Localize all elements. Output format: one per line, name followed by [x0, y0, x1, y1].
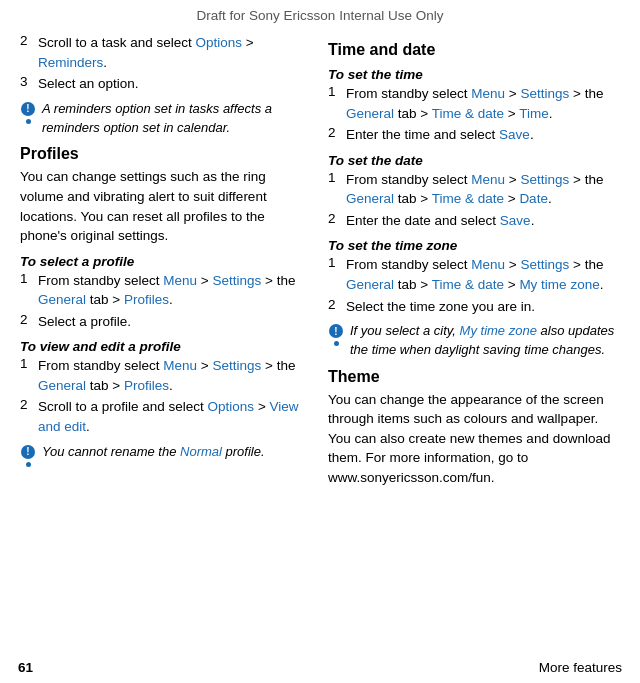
set-time-item-1: 1 From standby select Menu > Settings > …	[328, 84, 620, 123]
item-content-2: Scroll to a task and select Options > Re…	[38, 33, 312, 72]
time-link-st1: Time	[519, 106, 549, 121]
header-title: Draft for Sony Ericsson Internal Use Onl…	[197, 8, 444, 23]
settings-link-st1: Settings	[520, 86, 569, 101]
item-content-sp2: Select a profile.	[38, 312, 131, 332]
note-block-3: ! If you select a city, My time zone als…	[328, 322, 620, 360]
item-num-ve1: 1	[20, 356, 34, 395]
general-link-tz1: General	[346, 277, 394, 292]
item-num-tz2: 2	[328, 297, 342, 317]
page-header: Draft for Sony Ericsson Internal Use Onl…	[0, 0, 640, 29]
item-content-st2: Enter the time and select Save.	[346, 125, 534, 145]
item-num-sp1: 1	[20, 271, 34, 310]
set-date-item-2: 2 Enter the date and select Save.	[328, 211, 620, 231]
set-date-item-1: 1 From standby select Menu > Settings > …	[328, 170, 620, 209]
options-link-ve2: Options	[208, 399, 255, 414]
timedate-link-tz1: Time & date	[432, 277, 504, 292]
item-content-sp1: From standby select Menu > Settings > th…	[38, 271, 312, 310]
mytz-link-tz1: My time zone	[519, 277, 599, 292]
item-num-sd1: 1	[328, 170, 342, 209]
item-num-sd2: 2	[328, 211, 342, 231]
set-time-subheading: To set the time	[328, 67, 620, 82]
note-block-1: ! A reminders option set in tasks affect…	[20, 100, 312, 138]
set-date-subheading: To set the date	[328, 153, 620, 168]
note-icon-3: !	[328, 322, 344, 346]
profiles-heading: Profiles	[20, 145, 312, 163]
set-tz-item-1: 1 From standby select Menu > Settings > …	[328, 255, 620, 294]
menu-link-sp1: Menu	[163, 273, 197, 288]
options-link: Options	[196, 35, 243, 50]
note-block-2: ! You cannot rename the Normal profile.	[20, 443, 312, 467]
theme-body: You can change the appearance of the scr…	[328, 390, 620, 488]
item-num-tz1: 1	[328, 255, 342, 294]
item-content-st1: From standby select Menu > Settings > th…	[346, 84, 620, 123]
item-number-2: 2	[20, 33, 34, 72]
view-edit-item-1: 1 From standby select Menu > Settings > …	[20, 356, 312, 395]
profiles-link-ve1: Profiles	[124, 378, 169, 393]
select-profile-subheading: To select a profile	[20, 254, 312, 269]
theme-heading: Theme	[328, 368, 620, 386]
settings-link-sd1: Settings	[520, 172, 569, 187]
set-tz-item-2: 2 Select the time zone you are in.	[328, 297, 620, 317]
view-edit-item-2: 2 Scroll to a profile and select Options…	[20, 397, 312, 436]
mytz-link-note: My time zone	[460, 323, 537, 338]
save-link-st: Save	[499, 127, 530, 142]
menu-link-st1: Menu	[471, 86, 505, 101]
menu-link-sd1: Menu	[471, 172, 505, 187]
time-date-heading: Time and date	[328, 41, 620, 59]
item-content-sd2: Enter the date and select Save.	[346, 211, 534, 231]
item-content-sd1: From standby select Menu > Settings > th…	[346, 170, 620, 209]
note-icon-1: !	[20, 100, 36, 124]
view-edit-subheading: To view and edit a profile	[20, 339, 312, 354]
intro-item-3: 3 Select an option.	[20, 74, 312, 94]
dot-icon-3	[334, 341, 339, 346]
left-column: 2 Scroll to a task and select Options > …	[10, 29, 320, 494]
date-link-sd1: Date	[519, 191, 548, 206]
general-link-sp1: General	[38, 292, 86, 307]
right-column: Time and date To set the time 1 From sta…	[320, 29, 630, 494]
timedate-link-sd1: Time & date	[432, 191, 504, 206]
settings-link-ve1: Settings	[212, 358, 261, 373]
select-profile-item-2: 2 Select a profile.	[20, 312, 312, 332]
note-text-3: If you select a city, My time zone also …	[350, 322, 620, 360]
dot-icon	[26, 119, 31, 124]
item-content-tz1: From standby select Menu > Settings > th…	[346, 255, 620, 294]
set-timezone-subheading: To set the time zone	[328, 238, 620, 253]
note-text-1: A reminders option set in tasks affects …	[42, 100, 312, 138]
timedate-link-st1: Time & date	[432, 106, 504, 121]
exclaim-icon-2: !	[21, 445, 35, 459]
item-content-tz2: Select the time zone you are in.	[346, 297, 535, 317]
profiles-body: You can change settings such as the ring…	[20, 167, 312, 245]
normal-link: Normal	[180, 444, 222, 459]
view-edit-link: View and edit	[38, 399, 299, 434]
exclaim-icon-3: !	[329, 324, 343, 338]
section-label: More features	[539, 660, 622, 675]
page-number: 61	[18, 660, 33, 675]
save-link-sd: Save	[500, 213, 531, 228]
menu-link-tz1: Menu	[471, 257, 505, 272]
item-num-sp2: 2	[20, 312, 34, 332]
note-icon-2: !	[20, 443, 36, 467]
settings-link-tz1: Settings	[520, 257, 569, 272]
settings-link-sp1: Settings	[212, 273, 261, 288]
item-num-ve2: 2	[20, 397, 34, 436]
item-content-ve2: Scroll to a profile and select Options >…	[38, 397, 312, 436]
general-link-st1: General	[346, 106, 394, 121]
set-time-item-2: 2 Enter the time and select Save.	[328, 125, 620, 145]
note-text-2: You cannot rename the Normal profile.	[42, 443, 265, 462]
select-profile-item-1: 1 From standby select Menu > Settings > …	[20, 271, 312, 310]
page-footer: 61 More features	[0, 660, 640, 675]
intro-item-2: 2 Scroll to a task and select Options > …	[20, 33, 312, 72]
general-link-ve1: General	[38, 378, 86, 393]
exclaim-icon: !	[21, 102, 35, 116]
dot-icon-2	[26, 462, 31, 467]
menu-link-ve1: Menu	[163, 358, 197, 373]
item-num-st1: 1	[328, 84, 342, 123]
item-num-st2: 2	[328, 125, 342, 145]
profiles-link-sp1: Profiles	[124, 292, 169, 307]
general-link-sd1: General	[346, 191, 394, 206]
reminders-link: Reminders	[38, 55, 103, 70]
item-content-3: Select an option.	[38, 74, 139, 94]
item-content-ve1: From standby select Menu > Settings > th…	[38, 356, 312, 395]
item-number-3: 3	[20, 74, 34, 94]
